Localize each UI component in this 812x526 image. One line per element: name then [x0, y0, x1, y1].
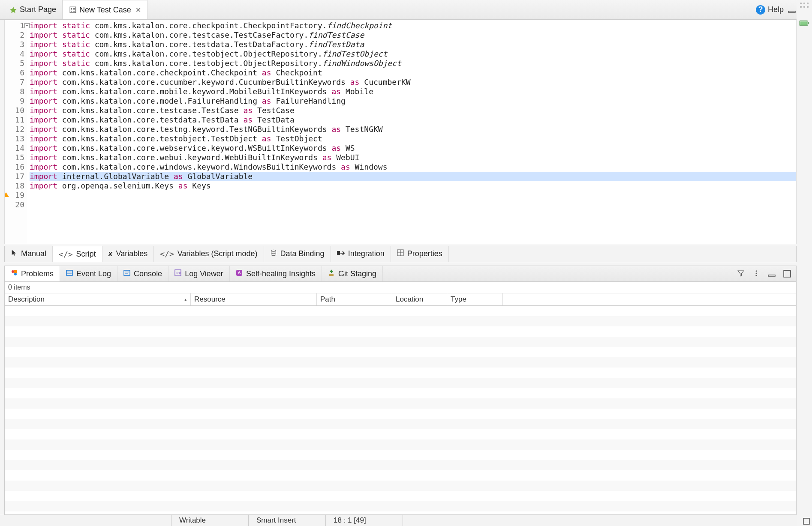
code-line[interactable]: import com.kms.katalon.core.checkpoint.C… [30, 68, 796, 78]
editor-tab-bar: Start Page New Test Case ✕ ? Help [0, 0, 812, 20]
mode-tab-properties-label: Properties [407, 249, 442, 258]
code-line[interactable]: import internal.GlobalVariable as Global… [30, 172, 796, 181]
mode-tab-variables-script[interactable]: </> Variables (Script mode) [154, 246, 264, 262]
help-button[interactable]: ? Help [756, 5, 784, 15]
svg-rect-35 [784, 270, 791, 277]
panel-tab-self-healing-label: Self-healing Insights [246, 269, 316, 278]
column-resource[interactable]: Resource [191, 293, 317, 305]
svg-text:LOG: LOG [176, 272, 181, 275]
svg-rect-14 [337, 251, 340, 255]
svg-rect-34 [768, 275, 775, 276]
column-description[interactable]: Description ▴ [5, 293, 191, 305]
tab-start-page[interactable]: Start Page [3, 0, 63, 19]
column-path[interactable]: Path [317, 293, 392, 305]
console-icon [123, 269, 130, 278]
items-count: 0 items [5, 282, 796, 293]
problems-panel: 0 items Description ▴ Resource Path Loca… [4, 282, 797, 515]
problems-table-rows [5, 306, 796, 514]
code-line[interactable]: import com.kms.katalon.core.webservice.k… [30, 143, 796, 153]
mode-tab-properties[interactable]: Properties [391, 246, 449, 262]
status-cursor-position: 18 : 1 [49] [326, 515, 403, 526]
bottom-panel-tabs: Problems Event Log Console LOG Log Viewe… [4, 266, 797, 282]
status-bar: Writable Smart Insert 18 : 1 [49] [0, 515, 797, 526]
line-number-gutter: 1−234567891011121314151617181920 [5, 20, 27, 244]
code-line[interactable] [30, 200, 796, 209]
svg-rect-5 [73, 9, 75, 10]
code-line[interactable]: import com.kms.katalon.core.testdata.Tes… [30, 115, 796, 125]
panel-minimize-icon[interactable] [768, 270, 776, 278]
tab-new-test-case[interactable]: New Test Case ✕ [63, 0, 147, 19]
mode-tab-integration[interactable]: Integration [331, 246, 391, 262]
svg-point-1 [71, 8, 72, 9]
code-line[interactable]: import com.kms.katalon.core.cucumber.key… [30, 78, 796, 87]
panel-tab-problems[interactable]: Problems [5, 266, 60, 281]
panel-tab-console[interactable]: Console [117, 266, 168, 281]
integration-icon [337, 249, 345, 258]
help-label: Help [768, 5, 784, 14]
mode-tab-data-binding[interactable]: Data Binding [264, 246, 331, 262]
panel-tab-event-log[interactable]: Event Log [60, 266, 117, 281]
code-line[interactable]: import com.kms.katalon.core.windows.keyw… [30, 162, 796, 172]
svg-rect-12 [803, 518, 809, 524]
problems-table-header: Description ▴ Resource Path Location Typ… [5, 293, 796, 306]
code-line[interactable]: import com.kms.katalon.core.testcase.Tes… [30, 106, 796, 115]
panel-tab-problems-label: Problems [21, 269, 54, 278]
code-line[interactable]: import static com.kms.katalon.core.testd… [30, 40, 796, 49]
code-line[interactable]: import static com.kms.katalon.core.check… [30, 21, 796, 30]
self-healing-icon [236, 269, 243, 278]
minimize-icon[interactable] [788, 6, 796, 14]
close-icon[interactable]: ✕ [135, 6, 141, 14]
mode-tab-variables-script-label: Variables (Script mode) [177, 249, 258, 258]
code-editor[interactable]: 1−234567891011121314151617181920 import … [4, 20, 797, 244]
cursor-icon [11, 249, 18, 258]
svg-rect-29 [236, 270, 242, 276]
panel-tab-event-log-label: Event Log [76, 269, 111, 278]
panel-tab-git-staging[interactable]: Git Staging [322, 266, 383, 281]
drag-handle-icon[interactable] [800, 3, 809, 8]
filter-icon[interactable] [737, 269, 745, 278]
panel-tab-log-viewer[interactable]: LOG Log Viewer [168, 266, 230, 281]
code-line[interactable]: import com.kms.katalon.core.mobile.keywo… [30, 87, 796, 96]
code-line[interactable]: import com.kms.katalon.core.model.Failur… [30, 96, 796, 106]
panel-maximize-icon-2[interactable] [783, 270, 791, 278]
svg-point-19 [14, 273, 17, 275]
code-line[interactable]: import static com.kms.katalon.core.testc… [30, 30, 796, 40]
panel-tab-console-label: Console [134, 269, 162, 278]
svg-rect-30 [329, 274, 334, 276]
code-line[interactable]: import org.openqa.selenium.Keys as Keys [30, 181, 796, 191]
code-line[interactable]: import static com.kms.katalon.core.testo… [30, 59, 796, 68]
svg-point-33 [756, 275, 757, 276]
battery-icon [799, 20, 809, 28]
code-content[interactable]: import static com.kms.katalon.core.check… [27, 20, 796, 244]
code-line[interactable]: import com.kms.katalon.core.testobject.T… [30, 134, 796, 143]
mode-tab-manual[interactable]: Manual [5, 246, 53, 262]
kebab-menu-icon[interactable] [752, 269, 760, 278]
tab-new-test-case-label: New Test Case [79, 6, 131, 15]
svg-point-13 [271, 250, 276, 251]
column-location[interactable]: Location [392, 293, 447, 305]
panel-maximize-icon[interactable] [803, 517, 810, 525]
log-viewer-icon: LOG [174, 269, 181, 278]
svg-rect-24 [124, 270, 130, 275]
variable-icon: x [108, 249, 113, 258]
test-case-icon [69, 6, 77, 14]
mode-tab-manual-label: Manual [21, 249, 46, 258]
code-icon: </> [59, 250, 73, 259]
panel-tab-self-healing[interactable]: Self-healing Insights [230, 266, 322, 281]
svg-rect-4 [73, 8, 75, 9]
code-line[interactable]: import com.kms.katalon.core.testng.keywo… [30, 125, 796, 134]
status-writable: Writable [171, 515, 249, 526]
mode-tab-variables[interactable]: x Variables [102, 246, 154, 262]
code-line[interactable]: import static com.kms.katalon.core.testo… [30, 49, 796, 59]
warning-icon [4, 192, 9, 197]
code-icon: </> [160, 249, 174, 258]
help-icon: ? [756, 5, 765, 15]
database-icon [270, 249, 277, 258]
svg-rect-10 [808, 22, 809, 24]
code-line[interactable] [30, 191, 796, 200]
column-type[interactable]: Type [447, 293, 503, 305]
mode-tab-script[interactable]: </> Script [53, 246, 102, 262]
code-line[interactable]: import com.kms.katalon.core.webui.keywor… [30, 153, 796, 162]
svg-point-18 [12, 270, 14, 273]
svg-rect-7 [788, 11, 795, 12]
